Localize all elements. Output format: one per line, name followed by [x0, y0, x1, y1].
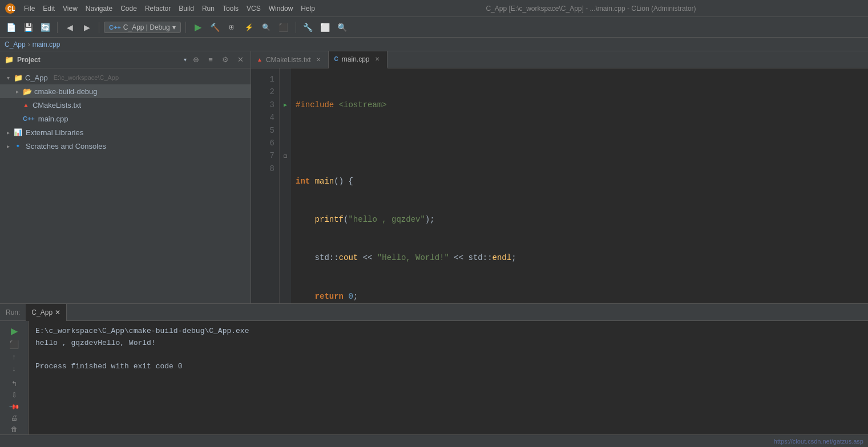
- run-print-btn[interactable]: 🖨: [7, 414, 22, 422]
- menu-refactor[interactable]: Refactor: [142, 3, 174, 14]
- fold-gutter-icon[interactable]: ⊟: [284, 153, 287, 160]
- back-button[interactable]: ◀: [62, 20, 77, 35]
- tab-cpp-icon: C: [334, 56, 338, 62]
- sidebar-title: Project: [17, 56, 180, 64]
- code-content[interactable]: #include <iostream> int main() { printf(…: [291, 68, 868, 303]
- settings-icon-btn[interactable]: ⚙: [220, 54, 231, 66]
- menu-view[interactable]: View: [59, 3, 81, 14]
- menu-vcs[interactable]: VCS: [243, 3, 264, 14]
- project-tree: 📁 C_App E:\c_workspace\C_App 📂 cmake-bui…: [0, 68, 251, 303]
- config-label: C_App | Debug: [123, 23, 170, 31]
- extlibs-arrow: [5, 129, 11, 136]
- run-gutter-arrow[interactable]: ▶: [284, 101, 287, 108]
- output-line2: [35, 350, 861, 361]
- editor-area: ▲ CMakeLists.txt ✕ C main.cpp ✕ 1 2 3 4 …: [251, 51, 868, 303]
- forward-button[interactable]: ▶: [79, 20, 94, 35]
- code-line-5: std::cout << "Hello, World!" << std::end…: [296, 251, 863, 264]
- cmake-folder-icon: 📂: [23, 87, 32, 96]
- breadcrumb-separator: ›: [28, 40, 30, 48]
- memory-button[interactable]: 🔍: [259, 20, 274, 35]
- menu-run[interactable]: Run: [199, 3, 218, 14]
- breadcrumb: C_App › main.cpp: [0, 38, 868, 51]
- coverage-button[interactable]: ⛨: [225, 20, 240, 35]
- run-up-btn[interactable]: ↑: [7, 352, 22, 361]
- tree-cmake-build[interactable]: 📂 cmake-build-debug: [0, 84, 251, 98]
- menu-help[interactable]: Help: [297, 3, 318, 14]
- run-play-btn[interactable]: ▶: [7, 326, 22, 336]
- tree-scratches[interactable]: 🔹 Scratches and Consoles: [0, 139, 251, 153]
- menu-navigate[interactable]: Navigate: [82, 3, 116, 14]
- window-title: C_App [E:\c_workspace\C_App] - ...\main.…: [318, 5, 863, 13]
- scratches-label: Scratches and Consoles: [26, 142, 106, 151]
- tree-cmakelists[interactable]: ▲ CMakeLists.txt: [0, 98, 251, 112]
- menu-tools[interactable]: Tools: [219, 3, 242, 14]
- run-tab-label: C_App: [31, 308, 53, 316]
- toolbar-separator-2: [99, 22, 99, 33]
- code-line-4: printf("hello , gqzdev");: [296, 213, 863, 226]
- title-bar: CL File Edit View Navigate Code Refactor…: [0, 0, 868, 17]
- run-trash-btn[interactable]: 🗑: [7, 425, 22, 433]
- editor-tabs: ▲ CMakeLists.txt ✕ C main.cpp ✕: [251, 51, 868, 68]
- close-sidebar-btn[interactable]: ✕: [235, 54, 246, 66]
- status-right: https://clout.csdn.net/gatzus.asp: [774, 438, 863, 445]
- sidebar-header: 📁 Project ▾ ⊕ ≡ ⚙ ✕: [0, 51, 251, 68]
- gutter-3[interactable]: ▶: [284, 99, 287, 111]
- run-config-dropdown[interactable]: C++ C_App | Debug ▾: [104, 22, 181, 33]
- code-editor: 1 2 3 4 5 6 7 8 ▶ ⊟: [251, 68, 868, 303]
- menu-window[interactable]: Window: [265, 3, 297, 14]
- title-dropdown-arrow[interactable]: ▾: [184, 56, 187, 63]
- line-num-5: 5: [256, 124, 274, 137]
- tab-cmakelists-label: CMakeLists.txt: [266, 56, 311, 64]
- tab-maincpp-close[interactable]: ✕: [373, 55, 381, 63]
- save-button[interactable]: 💾: [21, 20, 35, 35]
- new-file-button[interactable]: 📄: [3, 20, 18, 35]
- tree-external-libs[interactable]: 📊 External Libraries: [0, 125, 251, 139]
- tree-root[interactable]: 📁 C_App E:\c_workspace\C_App: [0, 71, 251, 84]
- cmake-build-label: cmake-build-debug: [34, 87, 98, 96]
- bottom-panel: Run: C_App ✕ ▶ ⬛ ↑ ↓ ↰ ⇩ 📌 🖨 🗑 E:\c_work…: [0, 303, 868, 434]
- run-output: E:\c_workspace\C_App\cmake-build-debug\C…: [29, 321, 868, 434]
- scratches-arrow: [5, 143, 11, 149]
- run-button[interactable]: ▶: [191, 20, 205, 35]
- run-tab-capp[interactable]: C_App ✕: [26, 304, 67, 321]
- toolbar-separator-1: [57, 22, 58, 33]
- stop-button[interactable]: ⬛: [276, 20, 291, 35]
- menu-file[interactable]: File: [21, 3, 38, 14]
- profile-button[interactable]: ⚡: [242, 20, 257, 35]
- menu-build[interactable]: Build: [175, 3, 197, 14]
- run-tab-close[interactable]: ✕: [55, 308, 60, 316]
- menu-edit[interactable]: Edit: [39, 3, 58, 14]
- settings-button[interactable]: 🔧: [301, 20, 316, 35]
- tree-maincpp[interactable]: C++ main.cpp: [0, 112, 251, 125]
- layout-button[interactable]: ⬜: [318, 20, 333, 35]
- root-folder-icon: 📁: [14, 74, 23, 82]
- run-pin-btn[interactable]: 📌: [6, 399, 22, 415]
- run-filter-btn[interactable]: ⇩: [7, 391, 22, 399]
- add-icon-btn[interactable]: ⊕: [190, 54, 201, 66]
- code-line-3: int main() {: [296, 175, 863, 188]
- collapse-icon-btn[interactable]: ≡: [205, 54, 216, 66]
- breadcrumb-file[interactable]: main.cpp: [33, 40, 60, 48]
- run-text: Run:: [6, 308, 20, 316]
- tab-cmakelists[interactable]: ▲ CMakeLists.txt ✕: [251, 51, 329, 68]
- tab-cmakelists-close[interactable]: ✕: [314, 56, 322, 64]
- run-label: Run:: [0, 304, 26, 321]
- run-wrap-btn[interactable]: ↰: [7, 380, 22, 388]
- tab-maincpp[interactable]: C main.cpp ✕: [329, 51, 387, 68]
- find-button[interactable]: 🔍: [335, 20, 350, 35]
- cmake-build-arrow: [14, 88, 21, 95]
- project-sidebar: 📁 Project ▾ ⊕ ≡ ⚙ ✕ 📁 C_App E:\c_workspa…: [0, 51, 251, 303]
- menu-bar: File Edit View Navigate Code Refactor Bu…: [21, 3, 318, 14]
- breadcrumb-root[interactable]: C_App: [5, 40, 26, 48]
- refresh-button[interactable]: 🔄: [38, 20, 53, 35]
- scratches-icon: 🔹: [14, 142, 22, 150]
- output-path: E:\c_workspace\C_App\cmake-build-debug\C…: [35, 326, 861, 338]
- menu-code[interactable]: Code: [117, 3, 140, 14]
- run-down-btn[interactable]: ↓: [7, 364, 22, 373]
- run-stop-btn[interactable]: ⬛: [7, 340, 22, 349]
- output-line3: Process finished with exit code 0: [35, 361, 861, 373]
- build-button[interactable]: 🔨: [208, 20, 223, 35]
- line-numbers: 1 2 3 4 5 6 7 8: [251, 68, 280, 303]
- toolbar-separator-4: [296, 22, 296, 33]
- bottom-tabs: Run: C_App ✕: [0, 304, 868, 321]
